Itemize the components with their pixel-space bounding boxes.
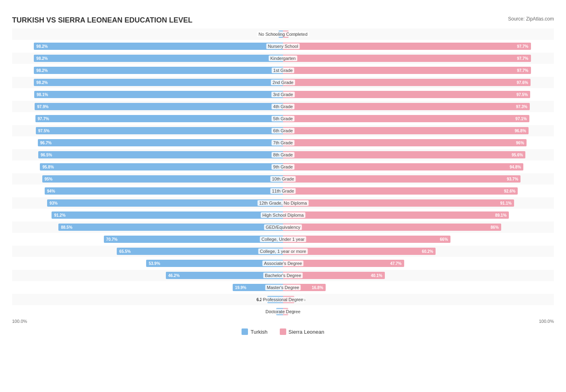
left-section: 6.2% bbox=[12, 294, 283, 305]
value-right-inside: 66% bbox=[439, 237, 449, 242]
bar-pink: 95.6% bbox=[283, 151, 525, 158]
value-left-inside: 53.9% bbox=[147, 261, 161, 266]
value-right-inside: 89.1% bbox=[494, 213, 508, 218]
value-right-inside: 95.6% bbox=[510, 153, 524, 157]
bar-pink bbox=[283, 308, 288, 315]
bar-pink: 40.1% bbox=[283, 272, 385, 279]
bar-blue: 95.8% bbox=[40, 163, 283, 170]
bar-pink: 97.7% bbox=[283, 43, 531, 50]
table-row: 6.2% Professional Degree 4.5% bbox=[12, 294, 554, 305]
table-row: 96.5% 8th Grade 95.6% bbox=[12, 149, 554, 160]
value-right-inside: 97.5% bbox=[515, 92, 529, 97]
left-section: 98.1% bbox=[12, 89, 283, 100]
table-row: 65.5% College, 1 year or more 60.2% bbox=[12, 246, 554, 257]
left-section: 1.8% bbox=[12, 29, 283, 40]
bar-pink: 97.6% bbox=[283, 79, 531, 86]
right-section: 4.5% bbox=[283, 294, 554, 305]
value-right-inside: 47.7% bbox=[389, 261, 403, 266]
bar-pink: 97.1% bbox=[283, 115, 529, 122]
left-section: 2.7% bbox=[12, 306, 283, 317]
value-left-inside: 97.7% bbox=[37, 117, 50, 121]
bar-blue: 94% bbox=[45, 187, 283, 195]
left-section: 98.2% bbox=[12, 65, 283, 76]
table-row: 94% 11th Grade 92.6% bbox=[12, 185, 554, 197]
chart-area: 1.8% No Schooling Completed 2.3% bbox=[12, 29, 554, 317]
right-section: 2% bbox=[283, 306, 554, 317]
right-section: 60.2% bbox=[283, 246, 554, 257]
bar-pink: 89.1% bbox=[283, 211, 509, 219]
right-section: 66% bbox=[283, 234, 554, 245]
table-row: 97.5% 6th Grade 96.8% bbox=[12, 125, 554, 136]
bar-blue: 98.1% bbox=[34, 91, 283, 98]
left-section: 97.7% bbox=[12, 113, 283, 124]
bar-blue: 98.2% bbox=[34, 67, 283, 74]
value-left-inside: 97.9% bbox=[36, 105, 50, 109]
bar-pink: 97.3% bbox=[283, 103, 530, 110]
value-left-inside: 98.2% bbox=[35, 44, 49, 49]
right-section: 96% bbox=[283, 137, 554, 148]
bar-blue: 98.2% bbox=[34, 55, 283, 62]
table-row: 19.9% Master's Degree 16.8% bbox=[12, 282, 554, 293]
bar-pink: 66% bbox=[283, 236, 450, 243]
bar-pink: 91.1% bbox=[283, 199, 514, 207]
bar-blue: 93% bbox=[47, 199, 283, 207]
table-row: 98.2% Nursery School 97.7% bbox=[12, 41, 554, 52]
bar-pink: 97.5% bbox=[283, 91, 530, 98]
value-right-inside: 97.3% bbox=[515, 105, 529, 109]
left-section: 97.5% bbox=[12, 125, 283, 136]
bar-pink: 47.7% bbox=[283, 260, 404, 267]
right-section: 97.1% bbox=[283, 113, 554, 124]
bar-blue: 91.2% bbox=[52, 211, 283, 219]
value-left-inside: 98.2% bbox=[35, 68, 49, 73]
right-section: 97.3% bbox=[283, 101, 554, 112]
value-left-inside: 96.5% bbox=[39, 153, 53, 157]
bottom-label-right: 100.0% bbox=[539, 319, 554, 324]
left-section: 70.7% bbox=[12, 234, 283, 245]
right-section: 16.8% bbox=[283, 282, 554, 293]
right-section: 89.1% bbox=[283, 209, 554, 221]
value-left-inside: 94% bbox=[46, 189, 56, 193]
source-text: Source: ZipAtlas.com bbox=[508, 16, 554, 22]
right-section: 91.1% bbox=[283, 197, 554, 209]
table-row: 98.2% Kindergarten 97.7% bbox=[12, 53, 554, 64]
right-section: 40.1% bbox=[283, 270, 554, 281]
table-row: 93% 12th Grade, No Diploma 91.1% bbox=[12, 197, 554, 209]
bar-blue: 46.2% bbox=[166, 272, 283, 279]
value-left: 6.2% bbox=[256, 298, 266, 302]
left-section: 96.5% bbox=[12, 149, 283, 160]
value-left-inside: 96.7% bbox=[39, 141, 53, 145]
value-left-inside: 65.5% bbox=[118, 249, 132, 254]
table-row: 97.7% 5th Grade 97.1% bbox=[12, 113, 554, 124]
value-right-inside: 97.7% bbox=[516, 68, 529, 73]
bar-pink: 96% bbox=[283, 139, 527, 146]
bar-blue: 53.9% bbox=[146, 260, 283, 267]
bar-blue: 98.2% bbox=[34, 79, 283, 86]
left-section: 91.2% bbox=[12, 209, 283, 221]
value-right-inside: 96.8% bbox=[513, 129, 527, 133]
left-section: 97.9% bbox=[12, 101, 283, 112]
value-right-inside: 86% bbox=[490, 225, 500, 230]
rows-wrapper: 1.8% No Schooling Completed 2.3% bbox=[12, 29, 554, 317]
value-left-inside: 93% bbox=[48, 201, 59, 205]
value-right-inside: 92.6% bbox=[503, 189, 516, 193]
left-section: 95.8% bbox=[12, 161, 283, 172]
bar-blue: 88.5% bbox=[58, 224, 283, 231]
table-row: 98.2% 2nd Grade 97.6% bbox=[12, 77, 554, 88]
bar-blue bbox=[276, 308, 283, 315]
right-section: 97.5% bbox=[283, 89, 554, 100]
right-section: 96.8% bbox=[283, 125, 554, 136]
value-right-inside: 91.1% bbox=[499, 201, 513, 205]
bar-blue bbox=[279, 31, 283, 38]
bottom-label-left: 100.0% bbox=[12, 319, 27, 324]
table-row: 98.1% 3rd Grade 97.5% bbox=[12, 89, 554, 100]
left-section: 98.2% bbox=[12, 77, 283, 88]
bar-blue: 70.7% bbox=[104, 236, 283, 243]
table-row: 98.2% 1st Grade 97.7% bbox=[12, 65, 554, 76]
left-section: 88.5% bbox=[12, 222, 283, 233]
left-section: 93% bbox=[12, 197, 283, 209]
value-left-inside: 70.7% bbox=[105, 237, 119, 242]
table-row: 2.7% Doctorate Degree 2% bbox=[12, 306, 554, 317]
left-section: 96.7% bbox=[12, 137, 283, 148]
left-section: 95% bbox=[12, 173, 283, 185]
value-right: 2% bbox=[290, 310, 295, 314]
